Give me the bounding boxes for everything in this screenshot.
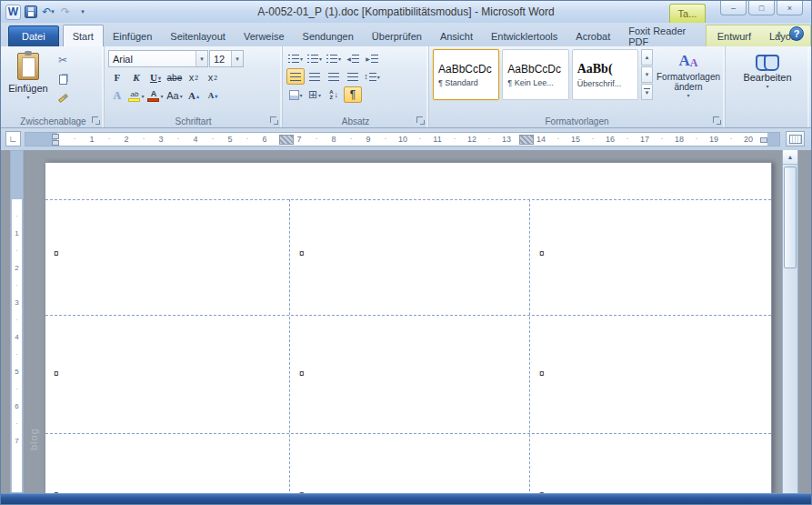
strikethrough-button[interactable]: abe xyxy=(165,69,184,86)
horizontal-ruler[interactable]: ·1·2·3·4·5·6·7·8·9·10·11·12·13·14·15·16·… xyxy=(25,132,780,146)
restore-button[interactable]: □ xyxy=(748,1,775,15)
contextual-tools-header[interactable]: Ta... xyxy=(669,4,706,23)
tab-start[interactable]: Start xyxy=(63,25,104,46)
tab-überprüfen[interactable]: Überprüfen xyxy=(363,26,431,46)
table-column-marker[interactable] xyxy=(279,135,294,145)
underline-button[interactable]: U▾ xyxy=(146,69,165,86)
sort-button[interactable]: AZ↓ xyxy=(325,86,343,103)
hanging-indent-marker[interactable] xyxy=(52,140,59,146)
change-case-button[interactable]: Aa▾ xyxy=(165,87,184,104)
help-icon[interactable]: ? xyxy=(789,26,804,41)
align-left-button[interactable] xyxy=(286,68,305,85)
superscript-button[interactable]: x2 xyxy=(204,69,222,86)
font-size-combobox[interactable]: 12 ▾ xyxy=(209,50,244,67)
dialog-launcher-icon[interactable] xyxy=(416,116,426,126)
word-logo-icon[interactable]: W xyxy=(5,5,21,20)
tab-acrobat[interactable]: Acrobat xyxy=(566,26,619,46)
table-cell-marker[interactable]: ¤ xyxy=(299,369,305,379)
table-cell-marker[interactable]: ¤ xyxy=(54,248,59,258)
borders-button[interactable]: ⊞▾ xyxy=(306,86,324,103)
tab-sendungen[interactable]: Sendungen xyxy=(294,26,363,46)
ruler-number: 4 xyxy=(193,135,197,144)
align-right-button[interactable] xyxy=(325,68,343,85)
right-indent-marker[interactable] xyxy=(760,137,767,143)
multilevel-list-button[interactable]: ▾ xyxy=(325,50,343,66)
styles-scroll-down-button[interactable]: ▼ xyxy=(641,66,653,83)
undo-button[interactable]: ↶▾ xyxy=(41,5,55,20)
styles-more-button[interactable]: ▼ xyxy=(641,84,653,100)
subscript-button[interactable]: x2 xyxy=(185,69,203,86)
close-button[interactable]: × xyxy=(777,1,803,15)
text-effects-button[interactable]: A xyxy=(108,87,126,104)
tab-entwicklertools[interactable]: Entwicklertools xyxy=(482,26,566,46)
scrollbar-thumb[interactable] xyxy=(784,167,797,268)
dialog-launcher-icon[interactable] xyxy=(713,116,722,126)
table-column-marker[interactable] xyxy=(519,135,534,145)
editing-button[interactable]: Bearbeiten ▾ xyxy=(729,49,806,111)
chevron-down-icon[interactable]: ▾ xyxy=(195,51,207,66)
chevron-down-icon: ▾ xyxy=(319,56,322,62)
minimize-button[interactable]: – xyxy=(720,1,747,15)
show-formatting-marks-button[interactable]: ¶ xyxy=(344,86,362,103)
table-cell-marker[interactable]: ¤ xyxy=(299,248,305,258)
bullets-button[interactable]: ▾ xyxy=(286,50,305,66)
line-spacing-button[interactable]: ↕▾ xyxy=(363,68,381,85)
dialog-launcher-icon[interactable] xyxy=(92,116,101,126)
shading-button[interactable]: ▾ xyxy=(286,86,305,103)
ruler-tick: · xyxy=(11,419,23,428)
numbering-button[interactable]: ▾ xyxy=(306,50,324,66)
style-standard[interactable]: AaBbCcDc ¶ Standard xyxy=(433,49,499,100)
clipboard-small-buttons: ✂ xyxy=(52,49,74,111)
tab-entwurf[interactable]: Entwurf xyxy=(708,26,760,46)
font-color-button[interactable]: A ▾ xyxy=(146,87,165,104)
vertical-scrollbar[interactable]: ▲ xyxy=(782,150,798,493)
collapse-ribbon-icon[interactable]: ∧ xyxy=(776,29,782,38)
increase-indent-button[interactable]: ▶ xyxy=(363,50,381,66)
font-name-combobox[interactable]: Arial ▾ xyxy=(108,50,208,67)
ruler-tick: · xyxy=(11,385,23,393)
save-button[interactable] xyxy=(24,5,38,20)
change-styles-button[interactable]: AA Formatvorlagen ändern ▾ xyxy=(656,49,721,109)
ruler-tick: · xyxy=(212,134,215,143)
scroll-up-button[interactable]: ▲ xyxy=(783,150,797,165)
style-kein-leerraum[interactable]: AaBbCcDc ¶ Kein Lee... xyxy=(502,49,568,100)
paste-button[interactable]: Einfügen ▾ xyxy=(6,49,50,111)
taskbar[interactable] xyxy=(1,493,811,504)
align-center-button[interactable] xyxy=(306,68,324,85)
ruler-toggle-button[interactable] xyxy=(786,131,805,146)
tab-seitenlayout[interactable]: Seitenlayout xyxy=(161,26,235,46)
sort-arrow-icon: ↓ xyxy=(335,90,339,99)
shrink-font-button[interactable]: A▾ xyxy=(204,87,222,104)
ruler-tick: · xyxy=(74,134,76,143)
chevron-down-icon[interactable]: ▾ xyxy=(231,51,243,66)
cut-button[interactable]: ✂ xyxy=(52,51,74,69)
grow-font-button[interactable]: A▴ xyxy=(185,87,203,104)
table-cell-marker[interactable]: ¤ xyxy=(54,369,59,379)
customize-qat-button[interactable]: ▾ xyxy=(75,5,90,20)
tab-datei[interactable]: Datei xyxy=(8,25,59,46)
vertical-ruler[interactable]: ·1·2·3·4·5·6·7 xyxy=(10,150,24,493)
highlight-color-button[interactable]: ab ▾ xyxy=(127,87,145,104)
table-cell-marker[interactable]: ¤ xyxy=(539,369,545,379)
page[interactable]: ¤¤¤¤¤¤¤¤¤ xyxy=(45,162,772,493)
justify-button[interactable] xyxy=(344,68,362,85)
table-cell-marker[interactable]: ¤ xyxy=(539,248,545,258)
first-line-indent-marker[interactable] xyxy=(52,134,59,139)
styles-scroll-up-button[interactable]: ▲ xyxy=(641,49,653,66)
change-case-icon: Aa xyxy=(166,90,178,101)
redo-button[interactable]: ↷ xyxy=(58,5,73,20)
style-ueberschrift[interactable]: AaBb( Überschrif... xyxy=(572,49,638,100)
decrease-indent-button[interactable]: ◀ xyxy=(344,50,362,66)
format-painter-button[interactable] xyxy=(52,89,74,107)
italic-button[interactable]: K xyxy=(127,69,145,86)
tab-stop-selector[interactable]: ∟ xyxy=(5,131,21,146)
tab-verweise[interactable]: Verweise xyxy=(235,26,294,46)
multilevel-list-icon xyxy=(326,55,337,63)
tab-einfügen[interactable]: Einfügen xyxy=(104,26,161,46)
tab-ansicht[interactable]: Ansicht xyxy=(431,26,482,46)
copy-button[interactable] xyxy=(52,70,74,88)
tab-foxit-reader-pdf[interactable]: Foxit Reader PDF xyxy=(619,26,699,46)
styles-gallery-scroll: ▲ ▼ ▼ xyxy=(641,49,653,100)
bold-button[interactable]: F xyxy=(108,69,126,86)
dialog-launcher-icon[interactable] xyxy=(270,116,279,126)
